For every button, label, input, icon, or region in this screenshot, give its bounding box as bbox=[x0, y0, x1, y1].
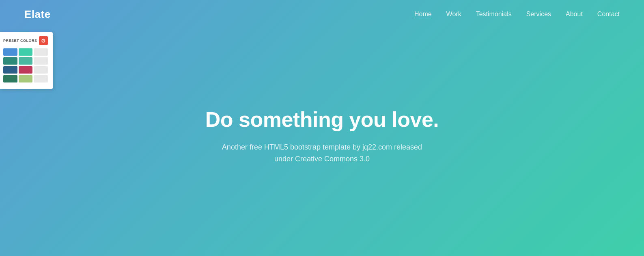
nav-item-services[interactable]: Services bbox=[526, 11, 551, 18]
swatch-light-gray-4[interactable] bbox=[34, 75, 48, 82]
hero-title: Do something you love. bbox=[205, 107, 439, 132]
color-row-4 bbox=[3, 75, 48, 82]
swatch-teal[interactable] bbox=[19, 48, 33, 56]
swatch-light-gray-2[interactable] bbox=[34, 57, 48, 65]
hero-section: Elate Home Work Testimonials Services Ab… bbox=[0, 0, 644, 256]
hero-content: Do something you love. Another free HTML… bbox=[0, 16, 644, 256]
hero-subtitle: Another free HTML5 bootstrap template by… bbox=[221, 141, 424, 165]
preset-colors-panel: PRESET COLORS ⚙ bbox=[0, 32, 53, 89]
nav-link-contact[interactable]: Contact bbox=[597, 11, 620, 17]
swatch-crimson[interactable] bbox=[19, 66, 33, 74]
gear-button[interactable]: ⚙ bbox=[39, 36, 48, 45]
nav-item-contact[interactable]: Contact bbox=[597, 11, 620, 18]
nav-item-home[interactable]: Home bbox=[414, 11, 432, 18]
nav-link-about[interactable]: About bbox=[566, 11, 583, 17]
nav-item-testimonials[interactable]: Testimonials bbox=[476, 11, 512, 18]
nav-item-work[interactable]: Work bbox=[446, 11, 461, 18]
swatch-light-gray-1[interactable] bbox=[34, 48, 48, 56]
gear-icon: ⚙ bbox=[41, 38, 46, 44]
nav-link-services[interactable]: Services bbox=[526, 11, 551, 17]
swatch-light-gray-3[interactable] bbox=[34, 66, 48, 74]
nav-link-work[interactable]: Work bbox=[446, 11, 461, 17]
preset-header: PRESET COLORS ⚙ bbox=[3, 36, 48, 45]
color-row-1 bbox=[3, 48, 48, 56]
nav-link-testimonials[interactable]: Testimonials bbox=[476, 11, 512, 17]
color-row-3 bbox=[3, 66, 48, 74]
swatch-medium-teal[interactable] bbox=[19, 57, 33, 65]
nav-link-home[interactable]: Home bbox=[414, 11, 432, 17]
preset-colors-label: PRESET COLORS bbox=[3, 39, 37, 43]
swatch-dark-blue[interactable] bbox=[3, 66, 17, 74]
swatch-blue[interactable] bbox=[3, 48, 17, 56]
nav-item-about[interactable]: About bbox=[566, 11, 583, 18]
color-row-2 bbox=[3, 57, 48, 65]
swatch-dark-teal[interactable] bbox=[3, 57, 17, 65]
swatch-olive-green[interactable] bbox=[19, 75, 33, 82]
swatch-forest-green[interactable] bbox=[3, 75, 17, 82]
